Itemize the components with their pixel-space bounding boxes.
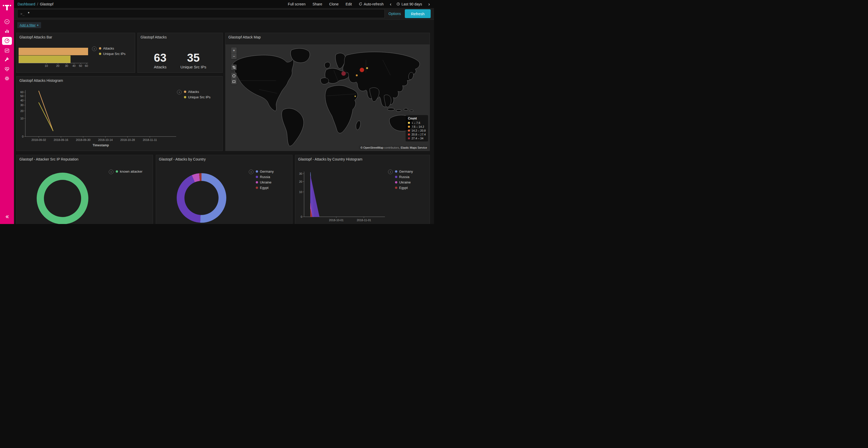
- legend-toggle-arrow[interactable]: ›: [388, 170, 393, 174]
- legend-label[interactable]: Russia: [399, 175, 409, 179]
- legend-label[interactable]: Attacks: [103, 46, 114, 50]
- legend-item-Egypt[interactable]: Egypt: [395, 186, 413, 190]
- legend-label[interactable]: Germany: [260, 170, 274, 173]
- query-input[interactable]: [27, 11, 381, 16]
- world-map[interactable]: + −: [225, 44, 430, 151]
- svg-text:60: 60: [21, 91, 24, 94]
- sidebar-item-dev-tools[interactable]: [1, 55, 13, 65]
- legend-item-Egypt[interactable]: Egypt: [256, 186, 274, 190]
- time-range-label: Last 90 days: [401, 2, 422, 6]
- query-options-link[interactable]: Options: [389, 12, 401, 16]
- app-sidebar: [0, 0, 14, 224]
- legend-label[interactable]: Germany: [399, 170, 413, 173]
- sidebar-item-visualize[interactable]: [1, 26, 13, 36]
- legend-label[interactable]: Ukraine: [399, 180, 411, 184]
- legend-color-dot: [184, 96, 186, 98]
- legend-item-Attacks[interactable]: Attacks: [184, 90, 211, 94]
- map-legend-range-label: 14.2 – 20.8: [411, 129, 426, 132]
- panel-glastopf-attacks-bar: Glastopf Attacks Bar 102030405060 ›Attac…: [16, 33, 135, 73]
- time-range-previous-button[interactable]: ‹: [389, 2, 392, 6]
- line-chart[interactable]: 01020304050602018-09-022018-09-162018-09…: [17, 76, 222, 151]
- top-navigation-bar: Dashboard / Glastopf Full screen Share C…: [14, 0, 434, 8]
- query-input-wrapper[interactable]: >_: [17, 9, 385, 18]
- add-filter-button[interactable]: Add a filter+: [17, 22, 41, 28]
- elastic-maps-service-link[interactable]: Elastic Maps Service: [401, 146, 427, 149]
- metric-unique-src-ips: 35 Unique Src IPs: [181, 52, 207, 69]
- legend-item-Russia[interactable]: Russia: [395, 175, 413, 179]
- legend-item-Ukraine[interactable]: Ukraine: [256, 180, 274, 184]
- bar-Unique Src IPs[interactable]: [19, 56, 70, 63]
- metric-label: Unique Src IPs: [181, 65, 207, 69]
- sidebar-item-dashboard-selected[interactable]: [1, 36, 13, 46]
- legend-color-dot: [408, 130, 410, 132]
- map-legend-title: Count: [408, 117, 426, 120]
- metric-label: Attacks: [154, 65, 166, 69]
- legend-item-Russia[interactable]: Russia: [256, 175, 274, 179]
- legend-toggle-arrow[interactable]: ›: [177, 90, 182, 95]
- auto-refresh-button[interactable]: Auto-refresh: [359, 2, 383, 6]
- legend-label[interactable]: Egypt: [399, 186, 408, 190]
- panel-title[interactable]: Glastopf - Attacker Src IP Reputation: [17, 155, 153, 163]
- legend-item-Unique Src IPs[interactable]: Unique Src IPs: [184, 95, 211, 99]
- series-area-Russia[interactable]: [311, 176, 319, 217]
- full-screen-button[interactable]: Full screen: [288, 2, 305, 6]
- series-line-Unique Src IPs[interactable]: [39, 103, 53, 131]
- panel-title[interactable]: Glastopf Attacks: [138, 33, 222, 41]
- legend-color-dot: [408, 133, 410, 136]
- attack-map-marker[interactable]: [366, 67, 368, 69]
- sidebar-item-discover[interactable]: [1, 17, 13, 26]
- legend-label[interactable]: known attacker: [120, 170, 142, 173]
- collapse-sidebar-button[interactable]: [1, 212, 13, 221]
- reputation-donut-chart[interactable]: [37, 173, 88, 224]
- share-button[interactable]: Share: [313, 2, 322, 6]
- refresh-button[interactable]: Refresh: [405, 9, 431, 18]
- series-line-Attacks[interactable]: [39, 91, 53, 131]
- polygon-tool-button[interactable]: [231, 73, 237, 79]
- legend-item-Ukraine[interactable]: Ukraine: [395, 180, 413, 184]
- svg-text:2018-10-14: 2018-10-14: [98, 138, 113, 141]
- map-count-legend: Count 1 – 7.67.6 – 14.214.2 – 20.820.8 –…: [406, 115, 428, 141]
- openstreetmap-link[interactable]: © OpenStreetMap: [361, 146, 383, 149]
- legend-label[interactable]: Unique Src IPs: [188, 95, 211, 99]
- bar-Attacks[interactable]: [19, 48, 88, 55]
- legend-toggle-arrow[interactable]: ›: [249, 170, 253, 174]
- legend-toggle-arrow[interactable]: ›: [109, 170, 114, 174]
- zoom-out-button[interactable]: −: [231, 54, 237, 59]
- attack-map-marker[interactable]: [360, 68, 364, 72]
- legend-item-Germany[interactable]: Germany: [395, 170, 413, 173]
- legend-item-Attacks[interactable]: Attacks: [99, 46, 126, 50]
- legend-label[interactable]: Egypt: [260, 186, 269, 190]
- telekom-logo[interactable]: [3, 3, 11, 12]
- edit-button[interactable]: Edit: [346, 2, 352, 6]
- panel-title[interactable]: Glastopf - Attacks by Country: [156, 155, 292, 163]
- legend-label[interactable]: Russia: [260, 175, 270, 179]
- legend-label[interactable]: Ukraine: [260, 180, 272, 184]
- legend-color-dot: [256, 181, 258, 183]
- add-filter-label[interactable]: Add a filter: [20, 23, 36, 27]
- clone-button[interactable]: Clone: [329, 2, 339, 6]
- sidebar-item-monitoring[interactable]: [1, 65, 13, 74]
- time-range-next-button[interactable]: ›: [428, 2, 430, 6]
- sidebar-item-management[interactable]: [1, 74, 13, 83]
- legend-item-known attacker[interactable]: known attacker: [116, 170, 142, 173]
- legend-label[interactable]: Unique Src IPs: [103, 52, 126, 56]
- attack-map-marker[interactable]: [354, 96, 356, 97]
- metric-value: 35: [181, 52, 207, 64]
- crop-tool-button[interactable]: [231, 65, 237, 70]
- legend-color-dot: [395, 176, 397, 178]
- country-donut-chart[interactable]: [177, 173, 226, 223]
- legend-toggle-arrow[interactable]: ›: [92, 46, 97, 51]
- legend-label[interactable]: Attacks: [188, 90, 199, 94]
- time-range-picker[interactable]: Last 90 days: [397, 2, 422, 6]
- svg-text:30: 30: [299, 172, 302, 175]
- breadcrumb-dashboard-link[interactable]: Dashboard: [18, 2, 35, 6]
- legend-item-Germany[interactable]: Germany: [256, 170, 274, 173]
- legend-color-dot: [408, 122, 410, 124]
- rectangle-tool-button[interactable]: [231, 79, 237, 84]
- legend-item-Unique Src IPs[interactable]: Unique Src IPs: [99, 52, 126, 56]
- attack-map-marker[interactable]: [341, 71, 346, 76]
- panel-title[interactable]: Glastopf Attack Map: [225, 33, 430, 41]
- zoom-in-button[interactable]: +: [231, 47, 237, 54]
- attack-map-marker[interactable]: [356, 74, 358, 76]
- sidebar-item-timelion[interactable]: [1, 46, 13, 55]
